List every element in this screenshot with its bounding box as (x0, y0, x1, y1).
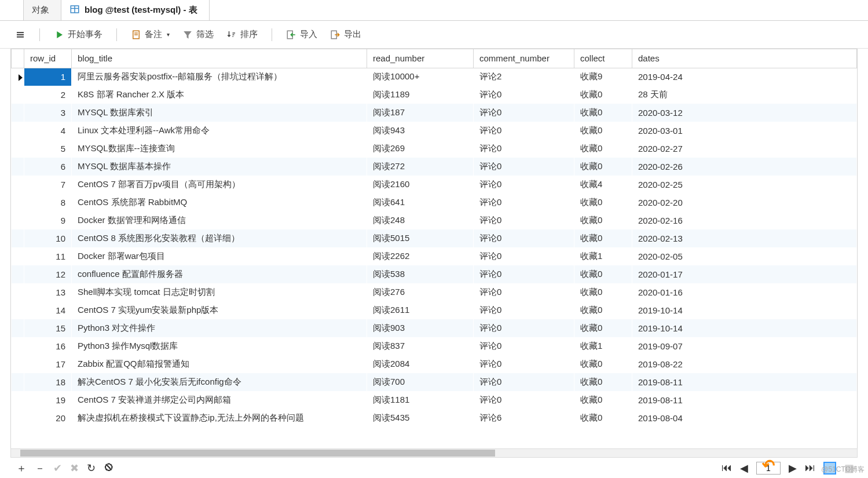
cell-comm[interactable]: 评论0 (474, 247, 574, 265)
table-row[interactable]: 10CentOS 8 系统图形化安装教程（超详细）阅读5015评论0收藏0202… (12, 229, 857, 247)
cell-date[interactable]: 2020-02-20 (632, 194, 857, 211)
last-page-button[interactable]: ⏭ (805, 462, 815, 474)
table-row[interactable]: 8CentOS 系统部署 RabbitMQ阅读641评论0收藏02020-02-… (12, 194, 857, 211)
cell-id[interactable]: 15 (24, 319, 72, 337)
cell-comm[interactable]: 评论0 (474, 194, 574, 211)
cell-id[interactable]: 14 (24, 301, 72, 319)
table-row[interactable]: 15Python3 对文件操作阅读903评论0收藏02019-10-14 (12, 319, 857, 337)
cell-coll[interactable]: 收藏0 (574, 265, 632, 283)
cell-title[interactable]: CentOS 7 安装禅道并绑定公司内网邮箱 (72, 391, 367, 409)
cell-id[interactable]: 1 (24, 68, 72, 86)
cell-date[interactable]: 2019-04-24 (632, 68, 857, 86)
cell-comm[interactable]: 评论0 (474, 158, 574, 176)
table-row[interactable]: 17Zabbix 配置QQ邮箱报警通知阅读2084评论0收藏02019-08-2… (12, 355, 857, 373)
cell-date[interactable]: 2020-01-16 (632, 283, 857, 301)
cell-id[interactable]: 5 (24, 140, 72, 158)
table-row[interactable]: 20解决虚拟机在桥接模式下设置静态ip,无法上外网的各种问题阅读5435评论6收… (12, 409, 857, 427)
cell-coll[interactable]: 收藏0 (574, 229, 632, 247)
cell-read[interactable]: 阅读837 (367, 337, 474, 355)
table-row[interactable]: 2K8S 部署 Rancher 2.X 版本阅读1189评论0收藏028 天前 (12, 86, 857, 104)
cell-date[interactable]: 2020-02-13 (632, 229, 857, 247)
table-row[interactable]: ▶1阿里云服务器安装postfix--邮箱服务（排坑过程详解）阅读10000+评… (12, 68, 857, 86)
cell-id[interactable]: 17 (24, 355, 72, 373)
cell-date[interactable]: 2020-02-27 (632, 140, 857, 158)
cell-title[interactable]: CentOS 8 系统图形化安装教程（超详细） (72, 229, 367, 247)
cell-coll[interactable]: 收藏0 (574, 319, 632, 337)
cell-id[interactable]: 8 (24, 194, 72, 211)
cell-comm[interactable]: 评论0 (474, 176, 574, 194)
cell-coll[interactable]: 收藏0 (574, 301, 632, 319)
cell-coll[interactable]: 收藏0 (574, 104, 632, 122)
cell-title[interactable]: Linux 文本处理利器--Awk常用命令 (72, 122, 367, 140)
sort-button[interactable]: 排序 (223, 27, 261, 42)
tab-blog-table[interactable]: blog @test (test-mysql) - 表 (61, 0, 210, 20)
table-row[interactable]: 16Python3 操作Mysql数据库阅读837评论0收藏12019-09-0… (12, 337, 857, 355)
add-row-button[interactable]: ＋ (16, 461, 27, 475)
cell-read[interactable]: 阅读1181 (367, 391, 474, 409)
cell-coll[interactable]: 收藏0 (574, 140, 632, 158)
table-row[interactable]: 13Shell脚本实现 tomcat 日志定时切割阅读276评论0收藏02020… (12, 283, 857, 301)
cell-read[interactable]: 阅读248 (367, 211, 474, 229)
cell-coll[interactable]: 收藏0 (574, 409, 632, 427)
cell-date[interactable]: 2020-03-12 (632, 104, 857, 122)
cell-date[interactable]: 2020-02-26 (632, 158, 857, 176)
cell-coll[interactable]: 收藏0 (574, 283, 632, 301)
cell-id[interactable]: 3 (24, 104, 72, 122)
cell-title[interactable]: Zabbix 配置QQ邮箱报警通知 (72, 355, 367, 373)
cell-title[interactable]: MYSQL数据库--连接查询 (72, 140, 367, 158)
cell-title[interactable]: 解决虚拟机在桥接模式下设置静态ip,无法上外网的各种问题 (72, 409, 367, 427)
cell-id[interactable]: 11 (24, 247, 72, 265)
col-read[interactable]: read_number (367, 49, 474, 68)
cell-id[interactable]: 6 (24, 158, 72, 176)
data-grid[interactable]: row_id blog_title read_number comment_nu… (10, 49, 858, 458)
cell-date[interactable]: 2020-01-17 (632, 265, 857, 283)
cell-id[interactable]: 19 (24, 391, 72, 409)
cell-id[interactable]: 13 (24, 283, 72, 301)
cell-coll[interactable]: 收藏1 (574, 337, 632, 355)
horizontal-scrollbar[interactable] (10, 448, 858, 458)
cell-comm[interactable]: 评论0 (474, 229, 574, 247)
cell-title[interactable]: CentOS 7 部署百万pv项目（高可用架构） (72, 176, 367, 194)
table-row[interactable]: 5MYSQL数据库--连接查询阅读269评论0收藏02020-02-27 (12, 140, 857, 158)
table-row[interactable]: 19CentOS 7 安装禅道并绑定公司内网邮箱阅读1181评论0收藏02019… (12, 391, 857, 409)
cell-comm[interactable]: 评论6 (474, 409, 574, 427)
cell-date[interactable]: 2019-08-04 (632, 409, 857, 427)
cell-read[interactable]: 阅读269 (367, 140, 474, 158)
cell-id[interactable]: 7 (24, 176, 72, 194)
cell-read[interactable]: 阅读2160 (367, 176, 474, 194)
cell-comm[interactable]: 评论0 (474, 122, 574, 140)
cell-coll[interactable]: 收藏0 (574, 158, 632, 176)
cell-title[interactable]: MYSQL 数据库索引 (72, 104, 367, 122)
cell-read[interactable]: 阅读5435 (367, 409, 474, 427)
cell-read[interactable]: 阅读1189 (367, 86, 474, 104)
cell-date[interactable]: 2020-02-16 (632, 211, 857, 229)
cell-read[interactable]: 阅读2611 (367, 301, 474, 319)
cell-id[interactable]: 4 (24, 122, 72, 140)
start-transaction-button[interactable]: 开始事务 (50, 27, 106, 42)
cell-comm[interactable]: 评论0 (474, 104, 574, 122)
cell-read[interactable]: 阅读2262 (367, 247, 474, 265)
cell-title[interactable]: K8S 部署 Rancher 2.X 版本 (72, 86, 367, 104)
cell-coll[interactable]: 收藏9 (574, 68, 632, 86)
cell-read[interactable]: 阅读903 (367, 319, 474, 337)
prev-page-button[interactable]: ◀ (740, 462, 748, 475)
cell-title[interactable]: Python3 对文件操作 (72, 319, 367, 337)
cell-date[interactable]: 2019-09-07 (632, 337, 857, 355)
cell-date[interactable]: 2019-10-14 (632, 319, 857, 337)
first-page-button[interactable]: ⏮ (721, 462, 732, 474)
cell-title[interactable]: Shell脚本实现 tomcat 日志定时切割 (72, 283, 367, 301)
cell-coll[interactable]: 收藏0 (574, 122, 632, 140)
cell-read[interactable]: 阅读943 (367, 122, 474, 140)
cell-title[interactable]: 阿里云服务器安装postfix--邮箱服务（排坑过程详解） (72, 68, 367, 86)
cell-coll[interactable]: 收藏0 (574, 373, 632, 391)
export-button[interactable]: 导出 (327, 27, 365, 42)
cell-read[interactable]: 阅读538 (367, 265, 474, 283)
cell-comm[interactable]: 评论0 (474, 373, 574, 391)
cell-id[interactable]: 18 (24, 373, 72, 391)
cell-date[interactable]: 2019-08-11 (632, 373, 857, 391)
cell-id[interactable]: 16 (24, 337, 72, 355)
cell-id[interactable]: 10 (24, 229, 72, 247)
table-row[interactable]: 14CentOS 7 实现yum安装最新php版本阅读2611评论0收藏0201… (12, 301, 857, 319)
cell-date[interactable]: 2020-02-05 (632, 247, 857, 265)
cell-coll[interactable]: 收藏0 (574, 391, 632, 409)
